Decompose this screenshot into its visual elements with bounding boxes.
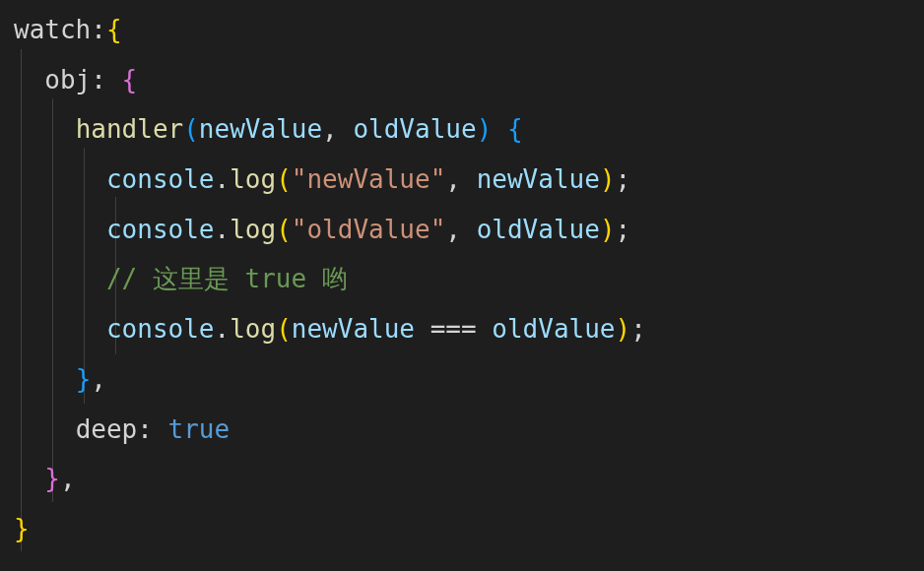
- close-brace: }: [76, 364, 92, 394]
- deep-key: deep: [76, 414, 138, 444]
- open-paren: (: [276, 314, 292, 344]
- comma: ,: [60, 464, 76, 493]
- strict-eq: ===: [430, 314, 477, 344]
- comment-text: // 这里是 true 哟: [106, 264, 348, 293]
- code-line-9: deep: true: [14, 405, 910, 455]
- close-paren: ): [600, 164, 616, 194]
- code-line-8: },: [14, 354, 910, 405]
- open-brace: {: [507, 114, 523, 144]
- semicolon: ;: [630, 314, 646, 344]
- handler-name: handler: [76, 114, 184, 144]
- true-literal: true: [168, 414, 231, 444]
- dot: .: [215, 314, 231, 344]
- console-obj: console: [106, 314, 215, 344]
- comma: ,: [445, 164, 461, 194]
- code-line-10: },: [14, 454, 910, 504]
- code-line-1: watch:{: [14, 5, 910, 55]
- open-brace: {: [106, 15, 122, 44]
- code-line-7: console.log(newValue === oldValue);: [14, 304, 910, 354]
- var-oldvalue: oldValue: [492, 314, 615, 344]
- code-line-3: handler(newValue, oldValue) {: [14, 104, 910, 155]
- param-oldvalue: oldValue: [353, 114, 476, 144]
- colon: :: [91, 15, 106, 44]
- close-paren: ): [616, 314, 631, 344]
- var-newvalue: newValue: [292, 314, 415, 344]
- dot: .: [215, 164, 231, 194]
- comma: ,: [91, 364, 106, 394]
- close-brace: }: [14, 514, 30, 543]
- param-newvalue: newValue: [199, 114, 322, 144]
- code-line-2: obj: {: [14, 55, 910, 105]
- string-oldvalue: "oldValue": [292, 215, 446, 244]
- obj-key: obj: [44, 65, 91, 95]
- code-line-4: console.log("newValue", newValue);: [14, 155, 910, 205]
- code-line-5: console.log("oldValue", oldValue);: [14, 205, 910, 255]
- close-brace: }: [44, 464, 60, 493]
- comma: ,: [445, 215, 461, 244]
- open-brace: {: [122, 65, 138, 95]
- console-obj: console: [106, 164, 215, 194]
- semicolon: ;: [616, 215, 631, 244]
- close-paren: ): [477, 114, 493, 144]
- open-paren: (: [276, 215, 292, 244]
- log-method: log: [230, 314, 276, 344]
- open-paren: (: [276, 164, 292, 194]
- string-newvalue: "newValue": [292, 164, 446, 194]
- close-paren: ): [600, 215, 616, 244]
- open-paren: (: [183, 114, 199, 144]
- var-oldvalue: oldValue: [477, 215, 600, 244]
- code-line-11: }: [14, 504, 910, 554]
- watch-key: watch: [14, 15, 91, 44]
- colon: :: [137, 414, 153, 444]
- comma: ,: [322, 114, 338, 144]
- semicolon: ;: [616, 164, 631, 194]
- console-obj: console: [106, 215, 215, 244]
- code-line-6: // 这里是 true 哟: [14, 254, 910, 304]
- log-method: log: [230, 164, 276, 194]
- colon: :: [91, 65, 106, 95]
- var-newvalue: newValue: [477, 164, 600, 194]
- log-method: log: [230, 215, 276, 244]
- dot: .: [215, 215, 231, 244]
